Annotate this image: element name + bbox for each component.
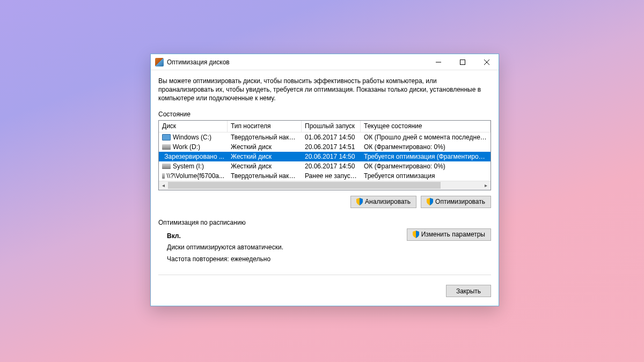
bottom-buttons-row: Закрыть [158, 280, 491, 298]
drive-icon [162, 134, 171, 141]
drive-name: Work (D:) [173, 143, 200, 151]
drive-icon [162, 173, 165, 179]
drive-name: System (I:) [173, 162, 204, 170]
schedule-line-1: Диски оптимизируются автоматически. [167, 242, 491, 254]
column-header-last[interactable]: Прошлый запуск [302, 121, 361, 132]
cell-status: Требуется оптимизация [361, 172, 491, 180]
cell-disk: Work (D:) [159, 143, 228, 151]
cell-disk: \\?\Volume{f6700a... [159, 172, 228, 180]
close-button[interactable]: Закрыть [446, 285, 491, 297]
cell-disk: Зарезервировано ... [159, 153, 228, 160]
drive-icon [162, 144, 171, 150]
app-icon [155, 58, 164, 67]
svg-rect-1 [460, 60, 465, 64]
column-header-media[interactable]: Тип носителя [228, 121, 302, 132]
description-text: Вы можете оптимизировать диски, чтобы по… [158, 77, 491, 103]
listview-header[interactable]: Диск Тип носителя Прошлый запуск Текущее… [159, 121, 491, 132]
horizontal-scrollbar[interactable]: ◂ ▸ [159, 181, 491, 190]
table-row[interactable]: System (I:)Жесткий диск20.06.2017 14:50О… [159, 161, 491, 171]
cell-status: ОК (Фрагментировано: 0%) [361, 162, 491, 170]
table-row[interactable]: Windows (C:)Твердотельный накоп...01.06.… [159, 132, 491, 142]
drive-name: Windows (C:) [173, 134, 211, 141]
listview-body: Windows (C:)Твердотельный накоп...01.06.… [159, 132, 491, 181]
cell-last-run: Ранее не запуска... [302, 172, 361, 180]
window-title: Оптимизация дисков [167, 58, 230, 66]
maximize-button[interactable] [450, 54, 474, 70]
schedule-heading: Оптимизация по расписанию [158, 219, 491, 226]
cell-status: ОК (Фрагментировано: 0%) [361, 143, 491, 151]
schedule-state: Вкл. [167, 232, 181, 240]
optimize-button-label: Оптимизировать [435, 198, 485, 205]
table-row[interactable]: \\?\Volume{f6700a...Твердотельный накоп.… [159, 171, 491, 181]
drive-icon [162, 164, 171, 169]
schedule-line-2: Частота повторения: еженедельно [167, 254, 491, 265]
cell-disk: System (I:) [159, 162, 228, 170]
change-settings-button[interactable]: Изменить параметры [407, 228, 491, 241]
cell-status: ОК (Прошло дней с момента последнего зап… [361, 134, 491, 141]
uac-shield-icon [356, 198, 363, 205]
state-section-label: Состояние [158, 110, 491, 118]
close-button-label: Закрыть [456, 287, 481, 295]
table-row[interactable]: Зарезервировано ...Жесткий диск20.06.201… [159, 152, 491, 161]
desktop-background: { "window": { "title": "Оптимизация диск… [0, 0, 644, 362]
drives-listview[interactable]: Диск Тип носителя Прошлый запуск Текущее… [158, 120, 491, 190]
cell-media: Твердотельный накоп... [228, 172, 302, 180]
minimize-button[interactable] [426, 54, 450, 70]
optimize-button[interactable]: Оптимизировать [421, 196, 491, 208]
change-settings-label: Изменить параметры [421, 231, 485, 238]
separator [158, 275, 491, 275]
close-window-button[interactable] [474, 54, 499, 70]
cell-last-run: 20.06.2017 14:51 [302, 143, 361, 151]
column-header-disk[interactable]: Диск [159, 121, 228, 132]
cell-media: Жесткий диск [228, 143, 302, 151]
cell-media: Жесткий диск [228, 162, 302, 170]
cell-media: Жесткий диск [228, 153, 302, 160]
cell-media: Твердотельный накоп... [228, 134, 302, 141]
drive-name: Зарезервировано ... [164, 153, 224, 160]
cell-last-run: 20.06.2017 14:50 [302, 153, 361, 160]
analyze-button[interactable]: Анализировать [350, 196, 416, 208]
titlebar[interactable]: Оптимизация дисков [151, 54, 499, 70]
table-row[interactable]: Work (D:)Жесткий диск20.06.2017 14:51ОК … [159, 142, 491, 152]
schedule-section: Оптимизация по расписанию Изменить парам… [158, 219, 491, 265]
cell-status: Требуется оптимизация (Фрагментировано: … [361, 153, 491, 160]
scroll-left-icon[interactable]: ◂ [159, 181, 168, 189]
scroll-track[interactable] [168, 181, 481, 189]
cell-last-run: 01.06.2017 14:50 [302, 134, 361, 141]
uac-shield-icon [427, 198, 433, 205]
drive-name: \\?\Volume{f6700a... [167, 172, 224, 180]
optimize-drives-window: Оптимизация дисков Вы можете оптимизиров… [150, 54, 499, 306]
scroll-right-icon[interactable]: ▸ [481, 181, 491, 189]
column-header-status[interactable]: Текущее состояние [361, 121, 491, 132]
cell-last-run: 20.06.2017 14:50 [302, 162, 361, 170]
scroll-thumb[interactable] [168, 182, 441, 189]
window-content: Вы можете оптимизировать диски, чтобы по… [151, 70, 499, 306]
uac-shield-icon [413, 231, 419, 238]
action-buttons-row: Анализировать Оптимизировать [158, 196, 491, 208]
cell-disk: Windows (C:) [159, 134, 228, 141]
analyze-button-label: Анализировать [365, 198, 411, 205]
